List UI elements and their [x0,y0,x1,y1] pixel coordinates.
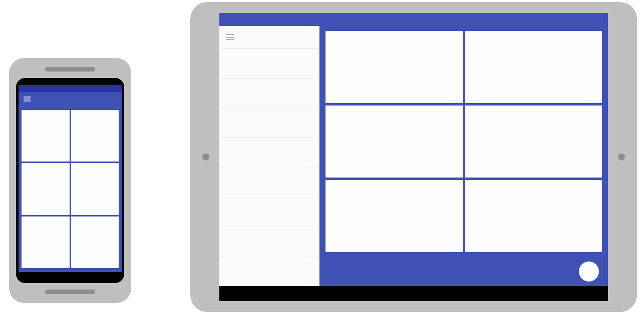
tablet-card-grid [326,31,602,252]
grid-card[interactable] [22,110,70,162]
grid-card[interactable] [326,31,463,103]
tablet-camera-dot [202,154,209,160]
fab-button[interactable] [579,262,599,282]
tablet-app-viewport [219,13,608,286]
grid-card[interactable] [71,110,119,162]
grid-card[interactable] [22,163,70,214]
list-item[interactable] [219,78,319,108]
tablet-main-pane [319,26,608,286]
phone-speaker [45,67,95,72]
grid-card[interactable] [71,163,119,214]
tablet-top-bar [219,13,608,26]
tablet-side-list [219,49,319,286]
list-item[interactable] [219,138,319,168]
phone-status-bar [19,85,122,92]
phone-content-area [19,106,122,272]
hamburger-menu-icon[interactable] [24,96,31,102]
grid-card[interactable] [71,216,119,268]
tablet-content-area [319,26,608,257]
list-item[interactable] [219,257,319,286]
grid-card[interactable] [22,216,70,268]
tablet-side-header [219,26,319,49]
tablet-home-dot [618,154,625,160]
tablet-device-frame [190,2,637,312]
phone-device-frame [9,58,131,303]
grid-card[interactable] [465,106,602,178]
grid-card[interactable] [465,31,602,103]
list-item[interactable] [219,227,319,256]
tablet-side-panel [219,26,319,286]
phone-microphone [45,290,95,294]
phone-screen-bezel [16,78,124,283]
list-item[interactable] [219,49,319,78]
tablet-bottom-bar [319,257,608,286]
hamburger-menu-icon[interactable] [226,34,234,40]
phone-card-grid [22,110,119,268]
phone-app-viewport [19,85,122,272]
grid-card[interactable] [326,180,463,252]
phone-app-bar [19,92,122,106]
tablet-screen-bezel [219,13,608,301]
grid-card[interactable] [326,106,463,178]
grid-card[interactable] [465,180,602,252]
tablet-body [219,26,608,286]
list-item[interactable] [219,108,319,138]
list-item[interactable] [219,198,319,227]
list-item[interactable] [219,168,319,198]
